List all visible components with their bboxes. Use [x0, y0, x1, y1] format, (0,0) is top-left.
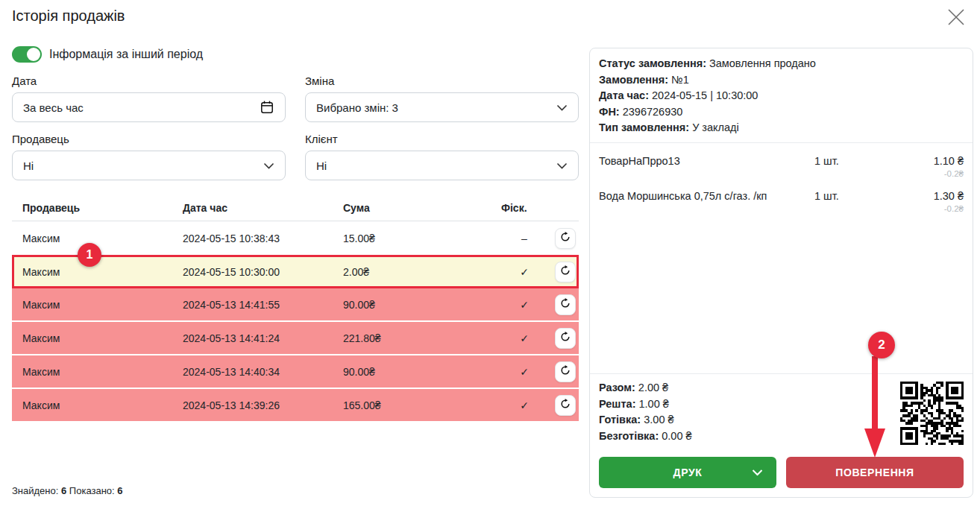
row-datetime: 2024-05-15 10:30:00 [183, 266, 343, 278]
order-fn-value: 2396726930 [623, 106, 683, 118]
refresh-icon [559, 364, 571, 379]
refresh-button[interactable] [555, 361, 576, 382]
filters: Дата За весь час Зміна Вибрано змін: 3 [12, 75, 579, 180]
annotation-arrow [861, 356, 891, 461]
sales-history-modal: Історія продажів Інформація за інший пер… [0, 0, 980, 506]
col-fiscal: Фіск. [501, 202, 547, 214]
order-item: ТоварНаПрро13 1 шт. 1.10 ₴ -0.2₴ [599, 155, 964, 178]
cash-line: Готівка: 3.00 ₴ [599, 412, 900, 428]
row-seller: Максим [22, 332, 183, 344]
shift-label: Зміна [305, 75, 579, 87]
client-label: Клієнт [305, 133, 579, 145]
row-seller: Максим [22, 299, 183, 311]
total-label: Решта: [599, 398, 635, 410]
col-sum: Сума [343, 202, 501, 214]
print-button-label: ДРУК [673, 467, 703, 478]
item-qty: 1 шт. [814, 155, 882, 178]
seller-filter: Продавець Ні [12, 133, 286, 180]
total-sum-line: Разом: 2.00 ₴ [599, 380, 900, 396]
row-datetime: 2024-05-13 14:40:34 [183, 366, 343, 378]
refresh-button[interactable] [555, 262, 576, 282]
fiscal-check-icon: ✓ [501, 299, 547, 311]
date-input[interactable]: За весь час [12, 92, 286, 122]
refresh-icon [559, 331, 571, 345]
refresh-icon [559, 231, 571, 245]
fiscal-status: – [501, 233, 547, 244]
other-period-toggle[interactable] [12, 46, 42, 63]
client-select[interactable]: Ні [305, 151, 579, 180]
shift-value: Вибрано змін: 3 [316, 101, 556, 114]
date-filter: Дата За весь час [12, 75, 286, 122]
close-button[interactable] [943, 4, 970, 31]
refresh-button[interactable] [555, 328, 576, 349]
client-value: Ні [316, 159, 556, 172]
row-sum: 15.00₴ [343, 233, 501, 244]
print-button[interactable]: ДРУК [599, 457, 776, 488]
item-price: 1.30 ₴ [934, 190, 964, 202]
row-sum: 90.00₴ [343, 366, 501, 378]
found-label: Знайдено: [12, 485, 58, 496]
page-title: Історія продажів [12, 7, 125, 25]
seller-select[interactable]: Ні [12, 151, 286, 180]
row-seller: Максим [22, 266, 183, 278]
return-button[interactable]: ПОВЕРНЕННЯ [786, 457, 964, 488]
refresh-button[interactable] [555, 294, 576, 315]
order-datetime-line: Дата час: 2024-05-15 | 10:30:00 [599, 88, 964, 104]
row-datetime: 2024-05-13 14:41:24 [183, 332, 343, 344]
order-number-value: №1 [671, 74, 689, 86]
shown-value: 6 [117, 485, 122, 496]
table-row[interactable]: Максим 2024-05-13 14:40:34 90.00₴ ✓ [12, 355, 579, 389]
table-row[interactable]: Максим 2024-05-13 14:39:26 165.00₴ ✓ [12, 389, 579, 423]
table-header: Продавець Дата час Сума Фіск. [12, 195, 579, 221]
return-button-label: ПОВЕРНЕННЯ [835, 467, 914, 478]
results-summary: Знайдено: 6 Показано: 6 [12, 485, 123, 496]
order-status-value: Замовлення продано [709, 57, 816, 69]
table-row[interactable]: Максим 2024-05-13 14:41:24 221.80₴ ✓ [12, 322, 579, 355]
row-sum: 90.00₴ [343, 299, 501, 311]
order-datetime-label: Дата час: [599, 89, 649, 101]
date-value: За весь час [23, 101, 260, 114]
order-status-label: Статус замовлення: [599, 57, 706, 69]
divider [590, 142, 973, 143]
row-sum: 165.00₴ [343, 399, 501, 411]
close-icon [946, 7, 967, 30]
fiscal-check-icon: ✓ [501, 399, 547, 411]
total-value: 3.00 ₴ [644, 414, 673, 426]
chevron-down-icon [556, 104, 568, 111]
refresh-icon [559, 297, 571, 311]
col-datetime: Дата час [183, 202, 343, 214]
row-datetime: 2024-05-13 14:39:26 [183, 399, 343, 411]
fiscal-check-icon: ✓ [501, 366, 547, 378]
client-filter: Клієнт Ні [305, 133, 579, 180]
shift-filter: Зміна Вибрано змін: 3 [305, 75, 579, 122]
chevron-down-icon [263, 162, 274, 169]
refresh-icon [559, 398, 571, 412]
order-fn-label: ФН: [599, 106, 620, 118]
change-line: Решта: 1.00 ₴ [599, 396, 900, 413]
refresh-button[interactable] [555, 228, 576, 249]
cashless-line: Безготівка: 0.00 ₴ [599, 428, 900, 445]
total-label: Разом: [599, 382, 635, 393]
order-type-label: Тип замовлення: [599, 121, 689, 133]
fiscal-check-icon: ✓ [501, 332, 547, 344]
item-price: 1.10 ₴ [934, 155, 964, 167]
total-value: 0.00 ₴ [662, 430, 691, 442]
chevron-down-icon [752, 469, 763, 476]
refresh-button[interactable] [555, 395, 576, 416]
total-label: Готівка: [599, 414, 641, 426]
order-status-line: Статус замовлення: Замовлення продано [599, 56, 964, 72]
divider [590, 373, 973, 374]
shift-select[interactable]: Вибрано змін: 3 [305, 92, 579, 122]
item-name: ТоварНаПрро13 [599, 155, 814, 178]
order-number-label: Замовлення: [599, 74, 668, 86]
table-row[interactable]: Максим 2024-05-13 14:41:55 90.00₴ ✓ [12, 288, 579, 322]
order-details-panel: Статус замовлення: Замовлення продано За… [589, 48, 973, 498]
chevron-down-icon [556, 162, 568, 169]
sales-table: Продавець Дата час Сума Фіск. Максим 202… [12, 195, 579, 423]
item-discount: -0.2₴ [882, 204, 964, 213]
row-seller: Максим [22, 233, 183, 244]
total-value: 2.00 ₴ [638, 382, 668, 393]
totals-section: Разом: 2.00 ₴ Решта: 1.00 ₴ Готівка: 3.0… [599, 380, 964, 448]
found-value: 6 [61, 485, 66, 496]
annotation-badge-2: 2 [868, 332, 895, 358]
